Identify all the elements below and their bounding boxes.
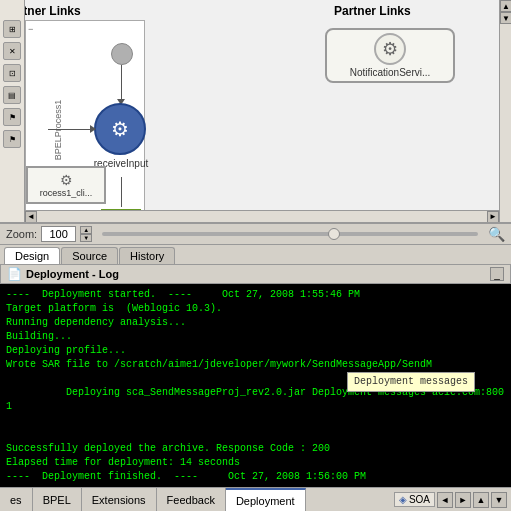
tabs-area: Design Source History xyxy=(0,245,511,265)
arrow-left-line xyxy=(48,129,93,130)
sidebar-icon-1[interactable]: ⊞ xyxy=(3,20,21,38)
process1-box[interactable]: ⚙ rocess1_cli... xyxy=(26,166,106,204)
log-title: Deployment - Log xyxy=(26,268,119,280)
arrow-left-head xyxy=(90,125,96,133)
log-minimize-btn[interactable]: _ xyxy=(490,267,504,281)
scroll-right-btn[interactable]: ► xyxy=(487,211,499,223)
canvas-area: Partner Links Partner Links ⊞ ✕ ⊡ ▤ ⚑ ⚑ … xyxy=(0,0,511,223)
tab-source[interactable]: Source xyxy=(61,247,118,264)
log-line-8: Elapsed time for deployment: 14 seconds xyxy=(6,456,505,470)
notif-gear-icon: ⚙ xyxy=(382,38,398,60)
bottom-tab-extensions[interactable]: Extensions xyxy=(82,488,157,511)
partner-links-right-label: Partner Links xyxy=(330,2,415,20)
log-header: 📄 Deployment - Log _ xyxy=(0,265,511,284)
log-line-4: Deploying profile... xyxy=(6,344,505,358)
bottom-scrollbar: ◄ ► xyxy=(25,210,499,222)
zoom-search-icon[interactable]: 🔍 xyxy=(488,226,505,242)
main-container: Partner Links Partner Links ⊞ ✕ ⊡ ▤ ⚑ ⚑ … xyxy=(0,0,511,511)
bpel-collapse-btn[interactable]: − xyxy=(28,24,33,34)
soa-icon: ◈ xyxy=(399,494,407,505)
receive-input-node[interactable]: ⚙ xyxy=(94,103,146,155)
bottom-tab-bpel[interactable]: BPEL xyxy=(33,488,82,511)
flow-line-2 xyxy=(121,177,122,207)
process1-label: rocess1_cli... xyxy=(40,188,93,198)
right-scrollbar: ▲ ▼ xyxy=(499,0,511,222)
sidebar-icon-6[interactable]: ⚑ xyxy=(3,130,21,148)
nav-up-btn[interactable]: ▲ xyxy=(473,492,489,508)
deployment-tooltip: Deployment messages xyxy=(347,372,475,392)
log-line-6: Deploying sca_SendMessageProj_rev2.0.jar… xyxy=(6,372,505,442)
nav-down-btn[interactable]: ▼ xyxy=(491,492,507,508)
flow-line-1 xyxy=(121,65,122,100)
nav-forward-btn[interactable]: ► xyxy=(455,492,471,508)
zoom-bar: Zoom: ▲ ▼ 🔍 xyxy=(0,223,511,245)
flow-start-circle xyxy=(111,43,133,65)
soa-badge: ◈ SOA xyxy=(394,492,435,507)
log-content[interactable]: ---- Deployment started. ---- Oct 27, 20… xyxy=(0,284,511,487)
left-sidebar: ⊞ ✕ ⊡ ▤ ⚑ ⚑ xyxy=(0,0,25,222)
sidebar-icon-3[interactable]: ⊡ xyxy=(3,64,21,82)
scroll-down-btn[interactable]: ▼ xyxy=(500,12,511,24)
bottom-bar: es BPEL Extensions Feedback Deployment ◈… xyxy=(0,487,511,511)
notification-service-box[interactable]: ⚙ NotificationServi... xyxy=(325,28,455,83)
log-icon: 📄 xyxy=(7,267,22,281)
bottom-tab-deployment[interactable]: Deployment xyxy=(226,488,306,511)
bottom-right-controls: ◈ SOA ◄ ► ▲ ▼ xyxy=(394,492,511,508)
log-line-7: Successfully deployed the archive. Respo… xyxy=(6,442,505,456)
receive-gear-icon: ⚙ xyxy=(111,117,129,141)
zoom-slider-track xyxy=(102,232,478,236)
sidebar-icon-5[interactable]: ⚑ xyxy=(3,108,21,126)
tab-history[interactable]: History xyxy=(119,247,175,264)
log-line-5: Wrote SAR file to /scratch/aime1/jdevelo… xyxy=(6,358,505,372)
sidebar-icon-2[interactable]: ✕ xyxy=(3,42,21,60)
bpel-label: BPELProcess1 xyxy=(53,100,63,161)
nav-back-btn[interactable]: ◄ xyxy=(437,492,453,508)
zoom-down-btn[interactable]: ▼ xyxy=(80,234,92,242)
tab-design[interactable]: Design xyxy=(4,247,60,264)
zoom-up-btn[interactable]: ▲ xyxy=(80,226,92,234)
log-line-6-container: Deploying sca_SendMessageProj_rev2.0.jar… xyxy=(6,372,505,442)
log-line-1: Target platform is (Weblogic 10.3). xyxy=(6,302,505,316)
zoom-slider-thumb[interactable] xyxy=(328,228,340,240)
bottom-tab-es[interactable]: es xyxy=(0,488,33,511)
scroll-up-btn[interactable]: ▲ xyxy=(500,0,511,12)
scroll-left-btn[interactable]: ◄ xyxy=(25,211,37,223)
zoom-label: Zoom: xyxy=(6,228,37,240)
log-panel: 📄 Deployment - Log _ ---- Deployment sta… xyxy=(0,265,511,487)
process1-gear-icon: ⚙ xyxy=(60,172,73,188)
notif-label: NotificationServi... xyxy=(350,67,431,78)
zoom-input[interactable] xyxy=(41,226,76,242)
zoom-spinner: ▲ ▼ xyxy=(80,226,92,242)
bottom-tab-feedback[interactable]: Feedback xyxy=(157,488,226,511)
log-line-9: ---- Deployment finished. ---- Oct 27, 2… xyxy=(6,470,505,484)
sidebar-icon-4[interactable]: ▤ xyxy=(3,86,21,104)
notif-circle: ⚙ xyxy=(374,33,406,65)
log-line-2: Running dependency analysis... xyxy=(6,316,505,330)
log-line-3: Building... xyxy=(6,330,505,344)
log-header-left: 📄 Deployment - Log xyxy=(7,267,119,281)
log-line-0: ---- Deployment started. ---- Oct 27, 20… xyxy=(6,288,505,302)
